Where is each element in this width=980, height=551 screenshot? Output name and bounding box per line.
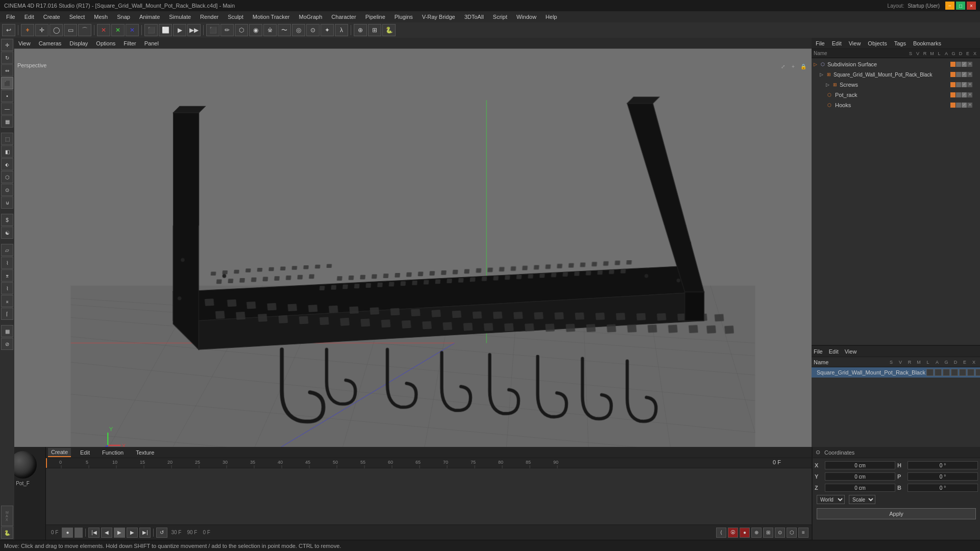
vp-menu-panel[interactable]: Panel (142, 40, 161, 46)
attr-ctrl-7[interactable] (975, 369, 980, 376)
attr-menu-file[interactable]: File (814, 348, 823, 355)
attr-ctrl-1[interactable] (926, 369, 934, 376)
tool-13[interactable]: ⌅ (1, 295, 13, 307)
world-select[interactable]: World Object (817, 495, 845, 504)
menu-3dto[interactable]: 3DToAll (460, 13, 488, 21)
vp-menu-options[interactable]: Options (94, 40, 117, 46)
obj-menu-tags[interactable]: Tags (892, 40, 908, 46)
effector-tool[interactable]: ※ (263, 24, 277, 36)
menu-sculpt[interactable]: Sculpt (224, 13, 248, 21)
apply-button[interactable]: Apply (817, 508, 976, 519)
attr-menu-edit[interactable]: Edit (829, 348, 839, 355)
menu-window[interactable]: Window (512, 13, 541, 21)
tool-1[interactable]: ⬚ (1, 133, 13, 145)
y-axis[interactable]: ✕ (111, 24, 125, 36)
attr-ctrl-6[interactable] (967, 369, 974, 376)
menu-edit[interactable]: Edit (20, 13, 38, 21)
menu-character[interactable]: Character (327, 13, 360, 21)
y-input[interactable] (825, 472, 895, 481)
obj-row-pot-rack[interactable]: ⬡ Pot_rack ✓ ✕ (824, 90, 980, 100)
tag-tool[interactable]: λ (335, 24, 348, 36)
move-tool-side[interactable]: ✛ (1, 39, 13, 51)
viewport-maximize-icon[interactable]: ⤢ (779, 62, 787, 70)
obj-row-hooks[interactable]: ⬡ Hooks ✓ ✕ (824, 100, 980, 110)
tl-icon-6[interactable]: ⊙ (775, 528, 785, 538)
tool-2[interactable]: ◧ (1, 145, 13, 158)
select-circle[interactable]: ◯ (50, 24, 63, 36)
frame-input[interactable]: 0 F (201, 530, 212, 535)
menu-pipeline[interactable]: Pipeline (361, 13, 389, 21)
tool-11[interactable]: ⌆ (1, 269, 13, 282)
b-input[interactable] (908, 484, 978, 492)
poly-mode[interactable]: ▦ (1, 115, 13, 128)
obj-menu-file[interactable]: File (814, 40, 827, 46)
vp-menu-cameras[interactable]: Cameras (37, 40, 64, 46)
tool-6[interactable]: ⊎ (1, 196, 13, 209)
step-back-btn[interactable]: ◀ (101, 528, 112, 538)
tl-icon-3[interactable]: ● (740, 528, 750, 538)
tool-9[interactable]: ▱ (1, 244, 13, 256)
tool-3[interactable]: ⬖ (1, 158, 13, 170)
viewport[interactable]: View Cameras Display Options Filter Pane… (14, 38, 812, 458)
viewport-canvas[interactable]: X Y Z (14, 49, 812, 458)
jump-end-btn[interactable]: ▶| (139, 528, 151, 538)
viewport-camera-icon[interactable]: + (789, 62, 797, 70)
menu-animate[interactable]: Animate (135, 13, 164, 21)
tool-14[interactable]: ⌈ (1, 308, 13, 320)
nurbs-tool[interactable]: ◎ (292, 24, 305, 36)
x-axis[interactable]: ✕ (97, 24, 110, 36)
cube-tool[interactable]: ⬛ (206, 24, 219, 36)
attr-ctrl-5[interactable] (959, 369, 966, 376)
menu-motion-tracker[interactable]: Motion Tracker (249, 13, 294, 21)
pen-tool[interactable]: ✏ (220, 24, 234, 36)
object-mode[interactable]: ⬛ (1, 77, 13, 89)
tool-16[interactable]: ⊘ (1, 338, 13, 350)
viewport-lock-icon[interactable]: 🔒 (799, 62, 807, 70)
x-input[interactable] (825, 461, 895, 469)
menu-snap[interactable]: Snap (113, 13, 134, 21)
p-input[interactable] (908, 472, 978, 481)
attr-selected-obj[interactable]: Square_Grid_Wall_Mount_Pot_Rack_Black (812, 367, 980, 378)
edge-mode[interactable]: — (1, 103, 13, 115)
poly-tool[interactable]: ⬡ (235, 24, 248, 36)
obj-menu-bookmarks[interactable]: Bookmarks (911, 40, 943, 46)
tl-icon-8[interactable]: ≡ (798, 528, 808, 538)
select-all-button[interactable]: + (21, 24, 34, 36)
menu-script[interactable]: Script (489, 13, 511, 21)
obj-row-screws[interactable]: ▷ ⊞ Screws ✓ ✕ (824, 80, 980, 90)
tl-icon-5[interactable]: ⊞ (763, 528, 773, 538)
spline-tool[interactable]: 〜 (278, 24, 291, 36)
render-preview[interactable]: ▶ (173, 24, 186, 36)
tool-15[interactable]: ▦ (1, 325, 13, 337)
model-mode[interactable]: ⬛ (144, 24, 158, 36)
vp-menu-display[interactable]: Display (67, 40, 90, 46)
tool-5[interactable]: ⊙ (1, 184, 13, 196)
jump-start-btn[interactable]: |◀ (88, 528, 100, 538)
vp-menu-filter[interactable]: Filter (121, 40, 138, 46)
tl-icon-1[interactable]: ⟨ (716, 528, 726, 538)
menu-create[interactable]: Create (39, 13, 64, 21)
render-full[interactable]: ▶▶ (187, 24, 201, 36)
menu-help[interactable]: Help (542, 13, 561, 21)
menu-select[interactable]: Select (65, 13, 89, 21)
animate-mode[interactable]: ⬜ (159, 24, 172, 36)
z-axis[interactable]: ✕ (126, 24, 139, 36)
python-tool[interactable]: 🐍 (382, 24, 396, 36)
menu-vray[interactable]: V-Ray Bridge (418, 13, 459, 21)
attr-menu-view[interactable]: View (845, 348, 857, 355)
python-icon[interactable]: 🐍 (1, 527, 13, 539)
autokey-btn[interactable] (75, 528, 83, 538)
menu-file[interactable]: File (2, 13, 19, 21)
menu-plugins[interactable]: Plugins (390, 13, 417, 21)
camera-tool[interactable]: ⊙ (306, 24, 320, 36)
lasso-tool[interactable]: ⌒ (78, 24, 91, 36)
undo-button[interactable]: ↩ (2, 24, 15, 36)
select-box[interactable]: ▭ (64, 24, 77, 36)
tab-create[interactable]: Create (48, 448, 71, 457)
rotate-tool[interactable]: ↻ (1, 52, 13, 64)
tl-icon-2[interactable]: ⦿ (728, 528, 738, 538)
timeline-tracks[interactable] (46, 468, 812, 524)
attr-ctrl-4[interactable] (951, 369, 958, 376)
scale-select[interactable]: Scale Size (849, 495, 875, 504)
tool-8[interactable]: ☯ (1, 227, 13, 239)
